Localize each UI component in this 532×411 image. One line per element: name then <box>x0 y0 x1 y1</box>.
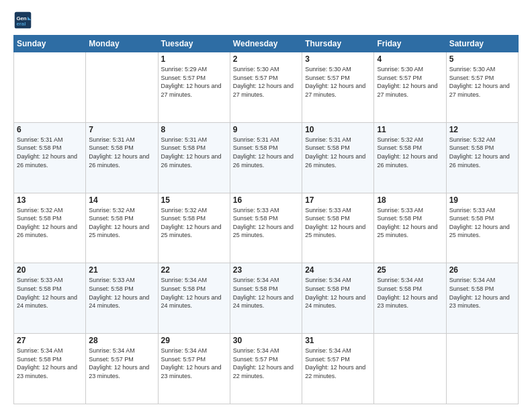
day-detail: Sunrise: 5:34 AMSunset: 5:57 PMDaylight:… <box>305 347 371 380</box>
day-number: 31 <box>305 336 371 345</box>
day-number: 29 <box>161 336 227 345</box>
day-number: 7 <box>89 125 154 134</box>
day-number: 10 <box>305 125 371 134</box>
calendar-day-cell: 9Sunrise: 5:31 AMSunset: 5:58 PMDaylight… <box>230 122 302 193</box>
day-number: 26 <box>449 265 515 275</box>
day-detail: Sunrise: 5:30 AMSunset: 5:57 PMDaylight:… <box>233 65 299 99</box>
logo: Gen eral <box>13 11 35 30</box>
day-number: 6 <box>17 125 83 134</box>
day-number: 11 <box>377 125 443 134</box>
day-number: 12 <box>449 125 515 134</box>
calendar-day-cell: 18Sunrise: 5:33 AMSunset: 5:58 PMDayligh… <box>374 193 446 263</box>
day-detail: Sunrise: 5:30 AMSunset: 5:57 PMDaylight:… <box>305 65 371 99</box>
weekday-header: Monday <box>86 36 158 52</box>
logo-icon: Gen eral <box>13 11 32 30</box>
day-number: 9 <box>233 125 299 134</box>
day-detail: Sunrise: 5:32 AMSunset: 5:58 PMDaylight:… <box>377 136 443 169</box>
weekday-header: Saturday <box>446 36 518 52</box>
day-detail: Sunrise: 5:34 AMSunset: 5:58 PMDaylight:… <box>377 276 443 310</box>
calendar-day-cell: 3Sunrise: 5:30 AMSunset: 5:57 PMDaylight… <box>302 52 374 123</box>
day-number: 24 <box>305 265 371 275</box>
calendar-week-row: 13Sunrise: 5:32 AMSunset: 5:58 PMDayligh… <box>14 193 519 263</box>
day-detail: Sunrise: 5:32 AMSunset: 5:58 PMDaylight:… <box>17 206 83 240</box>
calendar-day-cell: 25Sunrise: 5:34 AMSunset: 5:58 PMDayligh… <box>374 263 446 334</box>
calendar-day-cell: 22Sunrise: 5:34 AMSunset: 5:58 PMDayligh… <box>158 263 230 334</box>
calendar-day-cell: 16Sunrise: 5:33 AMSunset: 5:58 PMDayligh… <box>230 193 302 263</box>
day-number: 14 <box>89 195 154 205</box>
header: Gen eral <box>13 11 519 30</box>
weekday-header: Tuesday <box>158 36 230 52</box>
day-number: 3 <box>305 54 371 64</box>
day-detail: Sunrise: 5:33 AMSunset: 5:58 PMDaylight:… <box>305 206 371 240</box>
weekday-header: Wednesday <box>230 36 302 52</box>
calendar-day-cell: 17Sunrise: 5:33 AMSunset: 5:58 PMDayligh… <box>302 193 374 263</box>
weekday-header: Sunday <box>14 36 86 52</box>
day-detail: Sunrise: 5:34 AMSunset: 5:57 PMDaylight:… <box>161 347 227 380</box>
day-detail: Sunrise: 5:31 AMSunset: 5:58 PMDaylight:… <box>233 136 299 169</box>
weekday-header: Friday <box>374 36 446 52</box>
day-number: 23 <box>233 265 299 275</box>
day-detail: Sunrise: 5:34 AMSunset: 5:58 PMDaylight:… <box>233 276 299 310</box>
calendar-day-cell: 31Sunrise: 5:34 AMSunset: 5:57 PMDayligh… <box>302 334 374 404</box>
page: Gen eral SundayMondayTuesdayWednesdayThu… <box>0 0 532 411</box>
day-number: 15 <box>161 195 227 205</box>
day-number: 13 <box>17 195 83 205</box>
day-detail: Sunrise: 5:32 AMSunset: 5:58 PMDaylight:… <box>89 206 154 240</box>
day-detail: Sunrise: 5:33 AMSunset: 5:58 PMDaylight:… <box>17 276 83 310</box>
day-number: 28 <box>89 336 154 345</box>
calendar-day-cell: 19Sunrise: 5:33 AMSunset: 5:58 PMDayligh… <box>446 193 518 263</box>
calendar-day-cell: 27Sunrise: 5:34 AMSunset: 5:58 PMDayligh… <box>14 334 86 404</box>
day-detail: Sunrise: 5:32 AMSunset: 5:58 PMDaylight:… <box>449 136 515 169</box>
day-number: 27 <box>17 336 83 345</box>
day-detail: Sunrise: 5:33 AMSunset: 5:58 PMDaylight:… <box>233 206 299 240</box>
calendar-header-row: SundayMondayTuesdayWednesdayThursdayFrid… <box>14 36 519 52</box>
svg-text:eral: eral <box>16 21 26 27</box>
day-detail: Sunrise: 5:34 AMSunset: 5:58 PMDaylight:… <box>305 276 371 310</box>
calendar-day-cell <box>14 52 86 123</box>
calendar-day-cell: 21Sunrise: 5:33 AMSunset: 5:58 PMDayligh… <box>86 263 158 334</box>
calendar-day-cell: 1Sunrise: 5:29 AMSunset: 5:57 PMDaylight… <box>158 52 230 123</box>
day-detail: Sunrise: 5:31 AMSunset: 5:58 PMDaylight:… <box>17 136 83 169</box>
day-number: 4 <box>377 54 443 64</box>
day-number: 5 <box>449 54 515 64</box>
calendar-day-cell: 15Sunrise: 5:32 AMSunset: 5:58 PMDayligh… <box>158 193 230 263</box>
day-detail: Sunrise: 5:29 AMSunset: 5:57 PMDaylight:… <box>161 65 227 99</box>
day-detail: Sunrise: 5:34 AMSunset: 5:57 PMDaylight:… <box>89 347 154 380</box>
calendar-day-cell: 13Sunrise: 5:32 AMSunset: 5:58 PMDayligh… <box>14 193 86 263</box>
calendar-day-cell <box>446 334 518 404</box>
calendar-day-cell: 24Sunrise: 5:34 AMSunset: 5:58 PMDayligh… <box>302 263 374 334</box>
day-detail: Sunrise: 5:31 AMSunset: 5:58 PMDaylight:… <box>89 136 154 169</box>
day-detail: Sunrise: 5:34 AMSunset: 5:57 PMDaylight:… <box>233 347 299 380</box>
day-detail: Sunrise: 5:34 AMSunset: 5:58 PMDaylight:… <box>449 276 515 310</box>
day-detail: Sunrise: 5:34 AMSunset: 5:58 PMDaylight:… <box>161 276 227 310</box>
day-number: 30 <box>233 336 299 345</box>
day-number: 8 <box>161 125 227 134</box>
calendar-day-cell <box>86 52 158 123</box>
calendar-day-cell: 30Sunrise: 5:34 AMSunset: 5:57 PMDayligh… <box>230 334 302 404</box>
day-detail: Sunrise: 5:33 AMSunset: 5:58 PMDaylight:… <box>449 206 515 240</box>
calendar-week-row: 27Sunrise: 5:34 AMSunset: 5:58 PMDayligh… <box>14 334 519 404</box>
calendar-day-cell: 12Sunrise: 5:32 AMSunset: 5:58 PMDayligh… <box>446 122 518 193</box>
day-detail: Sunrise: 5:31 AMSunset: 5:58 PMDaylight:… <box>305 136 371 169</box>
day-number: 19 <box>449 195 515 205</box>
calendar-day-cell: 7Sunrise: 5:31 AMSunset: 5:58 PMDaylight… <box>86 122 158 193</box>
day-number: 18 <box>377 195 443 205</box>
day-detail: Sunrise: 5:30 AMSunset: 5:57 PMDaylight:… <box>377 65 443 99</box>
day-detail: Sunrise: 5:30 AMSunset: 5:57 PMDaylight:… <box>449 65 515 99</box>
day-number: 21 <box>89 265 154 275</box>
day-number: 25 <box>377 265 443 275</box>
day-number: 1 <box>161 54 227 64</box>
day-number: 20 <box>17 265 83 275</box>
calendar-day-cell: 23Sunrise: 5:34 AMSunset: 5:58 PMDayligh… <box>230 263 302 334</box>
calendar-day-cell: 6Sunrise: 5:31 AMSunset: 5:58 PMDaylight… <box>14 122 86 193</box>
calendar-day-cell: 8Sunrise: 5:31 AMSunset: 5:58 PMDaylight… <box>158 122 230 193</box>
day-number: 22 <box>161 265 227 275</box>
day-detail: Sunrise: 5:33 AMSunset: 5:58 PMDaylight:… <box>377 206 443 240</box>
day-detail: Sunrise: 5:31 AMSunset: 5:58 PMDaylight:… <box>161 136 227 169</box>
day-detail: Sunrise: 5:34 AMSunset: 5:58 PMDaylight:… <box>17 347 83 380</box>
weekday-header: Thursday <box>302 36 374 52</box>
calendar-day-cell: 5Sunrise: 5:30 AMSunset: 5:57 PMDaylight… <box>446 52 518 123</box>
calendar-day-cell: 4Sunrise: 5:30 AMSunset: 5:57 PMDaylight… <box>374 52 446 123</box>
calendar-table: SundayMondayTuesdayWednesdayThursdayFrid… <box>13 35 519 404</box>
day-number: 16 <box>233 195 299 205</box>
